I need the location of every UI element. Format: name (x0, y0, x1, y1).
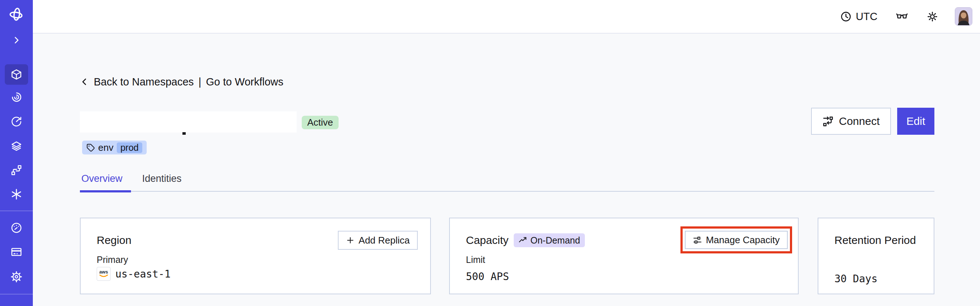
add-replica-button[interactable]: Add Replica (338, 231, 418, 250)
on-demand-badge: On-Demand (514, 233, 585, 247)
tag-icon (86, 143, 95, 152)
manage-capacity-label: Manage Capacity (706, 234, 780, 246)
active-tab-underline (80, 190, 131, 193)
edit-button-label: Edit (906, 115, 925, 128)
region-value-text: us-east-1 (115, 268, 171, 280)
back-to-namespaces-link[interactable]: Back to Namespaces (94, 76, 194, 88)
tag-key: env (98, 142, 113, 153)
expand-sidebar-chevron-icon[interactable] (12, 35, 21, 45)
temporal-logo-icon[interactable] (9, 7, 24, 22)
status-badge: Active (302, 116, 339, 129)
retention-card: Retention Period 30 Days (818, 218, 934, 294)
sidebar-item-settings-gear-icon[interactable] (11, 271, 22, 283)
tab-overview[interactable]: Overview (81, 173, 123, 185)
capacity-card-title: Capacity (466, 234, 509, 247)
theme-sun-icon[interactable] (926, 11, 939, 22)
sidebar-item-workflows-spiral-icon[interactable] (11, 91, 22, 103)
go-to-workflows-link[interactable]: Go to Workflows (206, 76, 283, 88)
sidebar-item-schedules-clock-icon[interactable] (11, 116, 22, 128)
labs-glasses-icon[interactable] (896, 10, 908, 22)
timezone-selector[interactable]: UTC (840, 11, 878, 22)
sidebar (0, 0, 33, 306)
namespace-name-redacted (80, 112, 297, 132)
sidebar-item-batch-operations-branch-icon[interactable] (11, 164, 22, 176)
sidebar-divider (0, 211, 33, 211)
region-card-title: Region (97, 234, 131, 247)
namespace-tag: env prod (82, 140, 147, 155)
on-demand-badge-label: On-Demand (530, 235, 580, 246)
capacity-card: Capacity On-Demand (449, 218, 799, 294)
manage-capacity-highlight: Manage Capacity (681, 226, 792, 253)
tab-identities[interactable]: Identities (142, 173, 182, 185)
plus-icon (346, 236, 355, 245)
sidebar-item-nexus-asterisk-icon[interactable] (10, 188, 22, 201)
clock-icon (840, 11, 851, 22)
tab-bar: Overview Identities (80, 173, 934, 192)
connect-button-label: Connect (839, 115, 880, 128)
redacted-text-remnant (183, 132, 186, 135)
breadcrumb-separator: | (199, 76, 201, 88)
primary-label: Primary (97, 255, 128, 265)
sliders-icon (693, 236, 702, 245)
edit-button[interactable]: Edit (897, 108, 934, 135)
trending-up-icon (519, 236, 527, 245)
retention-value: 30 Days (834, 271, 878, 286)
timezone-label: UTC (856, 11, 878, 22)
retention-card-title: Retention Period (834, 234, 916, 247)
sidebar-divider (0, 294, 33, 294)
limit-label: Limit (466, 255, 485, 265)
region-card: Region Add Replica Primary aws us-east-1 (80, 218, 431, 294)
user-avatar[interactable] (955, 8, 972, 25)
connect-button[interactable]: Connect (811, 108, 891, 135)
sidebar-item-namespaces-cube-icon[interactable] (11, 69, 22, 80)
breadcrumb: Back to Namespaces | Go to Workflows (80, 75, 283, 88)
tag-value: prod (117, 142, 142, 153)
primary-region-value: aws us-east-1 (97, 266, 171, 282)
add-replica-label: Add Replica (359, 235, 410, 246)
manage-capacity-button[interactable]: Manage Capacity (685, 231, 788, 249)
aws-logo-text: aws (99, 269, 108, 274)
connect-flow-icon (822, 116, 834, 127)
header-actions: Connect Edit (811, 108, 934, 135)
sidebar-item-usage-gauge-icon[interactable] (11, 222, 22, 234)
top-bar: UTC (33, 0, 980, 33)
back-chevron-icon (80, 77, 89, 86)
sidebar-item-billing-card-icon[interactable] (11, 246, 22, 258)
aws-provider-icon: aws (97, 267, 111, 281)
sidebar-item-deployments-layers-icon[interactable] (11, 140, 22, 152)
capacity-limit-value: 500 APS (466, 269, 509, 284)
